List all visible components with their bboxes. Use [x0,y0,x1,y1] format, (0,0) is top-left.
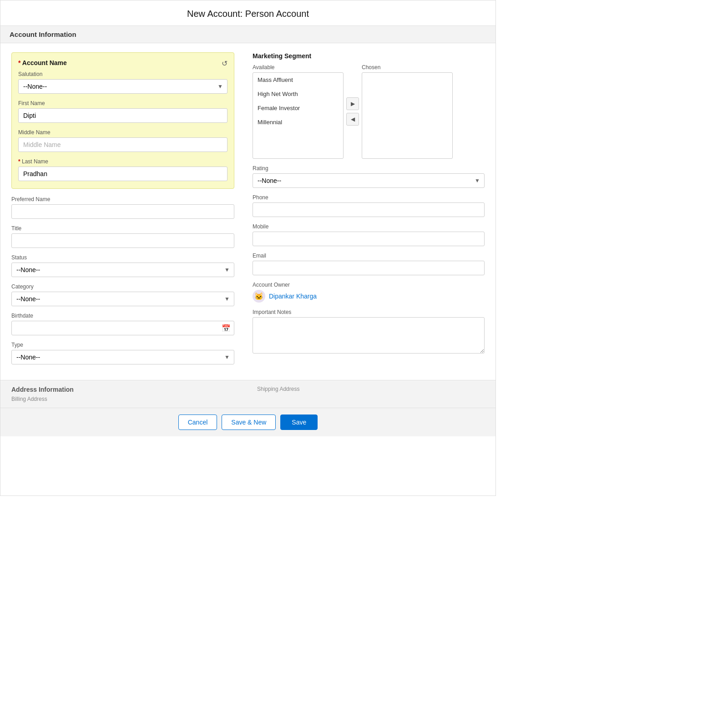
salutation-select[interactable]: --None-- Mr. Ms. Mrs. Dr. Prof. [18,79,228,94]
title-label: Title [11,225,234,232]
billing-address-col: Address Information Billing Address [11,386,239,402]
reset-icon[interactable]: ↺ [222,59,228,68]
page-title: New Account: Person Account [10,9,486,19]
marketing-segment-field: Marketing Segment Available Mass Affluen… [253,52,485,159]
address-info-label: Address Information [11,386,239,393]
phone-label: Phone [253,194,485,201]
status-field: Status --None-- ▼ [11,254,234,277]
first-name-label: First Name [18,100,228,106]
available-label: Available [253,64,344,71]
save-button[interactable]: Save [280,415,318,430]
phone-field: Phone [253,194,485,217]
type-label: Type [11,342,234,348]
important-notes-textarea[interactable] [253,317,485,354]
avatar: 🐱 [253,290,265,303]
address-section: Address Information Billing Address Ship… [0,380,495,408]
type-select[interactable]: --None-- [11,350,234,364]
mobile-field: Mobile [253,223,485,246]
marketing-segment-columns: Available Mass Affluent High Net Worth F… [253,64,485,159]
footer: Cancel Save & New Save [0,408,495,436]
list-item[interactable]: High Net Worth [253,87,343,101]
birthdate-input-wrapper: 📅 [11,321,234,335]
shipping-address-col: Shipping Address [257,386,485,402]
important-notes-label: Important Notes [253,309,485,315]
form-body: Account Name ↺ Salutation --None-- Mr. M… [0,43,495,380]
chosen-column: Chosen [362,64,453,159]
account-owner-name[interactable]: Dipankar Kharga [269,293,317,300]
first-name-input[interactable] [18,108,228,123]
account-owner-row: 🐱 Dipankar Kharga [253,290,485,303]
category-select[interactable]: --None-- [11,292,234,306]
shipping-address-label: Shipping Address [257,386,485,392]
available-list[interactable]: Mass Affluent High Net Worth Female Inve… [253,72,344,159]
type-field: Type --None-- ▼ [11,342,234,364]
preferred-name-input[interactable] [11,204,234,219]
list-item[interactable]: Female Investor [253,101,343,115]
last-name-field: Last Name [18,158,228,181]
move-right-button[interactable]: ▶ [346,97,359,110]
left-column: Account Name ↺ Salutation --None-- Mr. M… [11,52,234,371]
salutation-label: Salutation [18,71,228,77]
email-label: Email [253,253,485,259]
important-notes-field: Important Notes [253,309,485,355]
account-name-label: Account Name [18,59,228,66]
rating-field: Rating --None-- Hot Warm Cold ▼ [253,165,485,188]
email-input[interactable] [253,261,485,275]
account-owner-field: Account Owner 🐱 Dipankar Kharga [253,282,485,303]
cancel-button[interactable]: Cancel [178,415,217,430]
last-name-input[interactable] [18,167,228,181]
mobile-input[interactable] [253,232,485,246]
calendar-icon[interactable]: 📅 [222,324,231,333]
right-column: Marketing Segment Available Mass Affluen… [253,52,485,371]
birthdate-label: Birthdate [11,313,234,319]
account-owner-label: Account Owner [253,282,485,288]
preferred-name-label: Preferred Name [11,196,234,202]
status-select[interactable]: --None-- [11,263,234,277]
list-item[interactable]: Millennial [253,115,343,129]
available-column: Available Mass Affluent High Net Worth F… [253,64,344,159]
category-field: Category --None-- ▼ [11,283,234,306]
birthdate-field: Birthdate 📅 [11,313,234,335]
save-new-button[interactable]: Save & New [222,415,276,430]
preferred-name-field: Preferred Name [11,196,234,219]
title-field: Title [11,225,234,248]
rating-select[interactable]: --None-- Hot Warm Cold [253,173,485,188]
middle-name-input[interactable] [18,137,228,152]
account-name-box: Account Name ↺ Salutation --None-- Mr. M… [11,52,234,189]
move-left-button[interactable]: ◀ [346,113,359,126]
first-name-field: First Name [18,100,228,123]
modal-header: New Account: Person Account [0,0,495,26]
email-field: Email [253,253,485,275]
marketing-segment-label: Marketing Segment [253,52,485,60]
category-select-wrapper: --None-- ▼ [11,292,234,306]
rating-label: Rating [253,165,485,172]
billing-address-label: Billing Address [11,396,239,402]
list-item[interactable]: Mass Affluent [253,73,343,87]
salutation-field: Salutation --None-- Mr. Ms. Mrs. Dr. Pro… [18,71,228,94]
status-label: Status [11,254,234,261]
account-info-section-header: Account Information [0,26,495,43]
middle-name-field: Middle Name [18,129,228,152]
birthdate-input[interactable] [11,321,234,335]
category-label: Category [11,283,234,290]
type-select-wrapper: --None-- ▼ [11,350,234,364]
middle-name-label: Middle Name [18,129,228,136]
chosen-label: Chosen [362,64,453,71]
last-name-label: Last Name [18,158,228,165]
salutation-select-wrapper: --None-- Mr. Ms. Mrs. Dr. Prof. ▼ [18,79,228,94]
phone-input[interactable] [253,202,485,217]
mobile-label: Mobile [253,223,485,230]
chosen-list[interactable] [362,72,453,159]
rating-select-wrapper: --None-- Hot Warm Cold ▼ [253,173,485,188]
title-input[interactable] [11,233,234,248]
status-select-wrapper: --None-- ▼ [11,263,234,277]
ms-transfer-buttons: ▶ ◀ [346,97,359,126]
